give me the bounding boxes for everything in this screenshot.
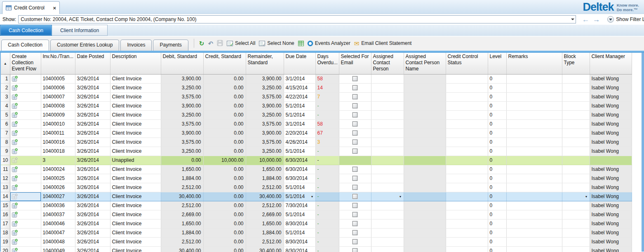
- cell-remarks[interactable]: [506, 101, 562, 110]
- cell-inv[interactable]: 10400037: [41, 210, 75, 219]
- cell-level[interactable]: 0: [488, 237, 506, 246]
- cell-level[interactable]: 0: [488, 147, 506, 156]
- cell-inv[interactable]: 10400007: [41, 92, 75, 101]
- cell-status[interactable]: [446, 119, 488, 128]
- row-number[interactable]: 16: [1, 210, 10, 219]
- cell-contact[interactable]: [371, 174, 404, 183]
- cell-posted[interactable]: 3/26/2014: [75, 147, 110, 156]
- cell-contact[interactable]: [371, 219, 404, 228]
- cell-due[interactable]: 5/1/2014: [284, 183, 315, 192]
- save-icon[interactable]: [217, 40, 223, 47]
- cell-due[interactable]: 5/1/2014: [284, 228, 315, 237]
- refresh-icon[interactable]: ↻: [199, 40, 204, 47]
- cell-contact[interactable]: [371, 237, 404, 246]
- selected-for-email-checkbox[interactable]: [353, 94, 357, 99]
- cell-block[interactable]: [562, 210, 590, 219]
- create-collection-event-flow-icon[interactable]: [12, 166, 18, 173]
- cell-email[interactable]: [339, 183, 371, 192]
- column-header-debit[interactable]: Debit, Standard: [161, 53, 203, 74]
- cell-posted[interactable]: 3/26/2014: [75, 138, 110, 147]
- cell-posted[interactable]: 3/26/2014: [75, 165, 110, 174]
- cell-email[interactable]: [339, 228, 371, 237]
- cell-block[interactable]: [562, 246, 590, 252]
- row-number[interactable]: 12: [1, 174, 10, 183]
- column-header-status[interactable]: Credit Control Status: [446, 53, 488, 74]
- cell-remarks[interactable]: [506, 74, 562, 83]
- cell-contact[interactable]: [371, 83, 404, 92]
- cell-level[interactable]: 0: [488, 110, 506, 119]
- cell-status[interactable]: [446, 147, 488, 156]
- cell-flow[interactable]: [10, 210, 41, 219]
- cell-block[interactable]: [562, 119, 590, 128]
- row-number[interactable]: 3: [1, 92, 10, 101]
- cell-status[interactable]: [446, 210, 488, 219]
- cell-due[interactable]: 6/30/2014: [284, 165, 315, 174]
- cell-email[interactable]: [339, 92, 371, 101]
- select-all-button[interactable]: ✓ Select All: [227, 40, 255, 46]
- column-header-contact_name[interactable]: Assigned Contact Person Name: [404, 53, 446, 74]
- selected-for-email-checkbox[interactable]: [353, 230, 357, 235]
- cell-remarks[interactable]: [506, 183, 562, 192]
- column-header-credit[interactable]: Credit, Standard: [203, 53, 246, 74]
- cell-block[interactable]: [562, 128, 590, 138]
- cell-desc[interactable]: Unapplied: [110, 156, 161, 165]
- cell-due[interactable]: 8/30/2014: [284, 219, 315, 228]
- create-collection-event-flow-icon[interactable]: [12, 247, 18, 252]
- cell-posted[interactable]: 3/26/2014: [75, 237, 110, 246]
- show-filter-list-label[interactable]: Show Filter List: [616, 16, 644, 22]
- cell-posted[interactable]: 3/26/2014: [75, 201, 110, 210]
- cell-status[interactable]: [446, 219, 488, 228]
- cell-contact[interactable]: [371, 210, 404, 219]
- cell-due[interactable]: 5/1/2014: [284, 110, 315, 119]
- row-number[interactable]: 2: [1, 83, 10, 92]
- row-number[interactable]: 6: [1, 119, 10, 128]
- cell-level[interactable]: 0: [488, 92, 506, 101]
- selected-for-email-checkbox[interactable]: [353, 212, 357, 217]
- cell-desc[interactable]: Client Invoice: [110, 74, 161, 83]
- selected-for-email-checkbox[interactable]: [353, 103, 357, 108]
- create-collection-event-flow-icon[interactable]: [12, 130, 18, 136]
- cell-flow[interactable]: [10, 147, 41, 156]
- cell-due[interactable]: 6/30/2014: [284, 156, 315, 165]
- create-collection-event-flow-icon[interactable]: [12, 184, 18, 191]
- cell-remarks[interactable]: [506, 147, 562, 156]
- cell-flow[interactable]: [10, 246, 41, 252]
- cell-due[interactable]: 8/30/2014: [284, 237, 315, 246]
- cell-block[interactable]: ▼: [562, 192, 590, 201]
- cell-block[interactable]: [562, 156, 590, 165]
- cell-desc[interactable]: Client Invoice: [110, 174, 161, 183]
- cell-due[interactable]: 2/20/2014: [284, 128, 315, 138]
- cell-email[interactable]: [339, 74, 371, 83]
- cell-desc[interactable]: Client Invoice: [110, 110, 161, 119]
- cell-posted[interactable]: 3/26/2014: [75, 192, 110, 201]
- row-number[interactable]: 8: [1, 138, 10, 147]
- cell-remarks[interactable]: [506, 174, 562, 183]
- cell-contact[interactable]: [371, 246, 404, 252]
- selected-for-email-checkbox[interactable]: [353, 167, 357, 172]
- create-collection-event-flow-icon[interactable]: [12, 112, 18, 118]
- cell-flow[interactable]: [10, 237, 41, 246]
- cell-block[interactable]: [562, 83, 590, 92]
- cell-due[interactable]: 3/1/2014: [284, 119, 315, 128]
- cell-due[interactable]: 5/1/2014: [284, 210, 315, 219]
- cell-desc[interactable]: Client Invoice: [110, 128, 161, 138]
- create-collection-event-flow-icon[interactable]: [12, 75, 18, 82]
- cell-inv[interactable]: 10400010: [41, 119, 75, 128]
- cell-inv[interactable]: 10400025: [41, 174, 75, 183]
- cell-level[interactable]: 0: [488, 74, 506, 83]
- cell-contact[interactable]: [371, 183, 404, 192]
- cell-desc[interactable]: Client Invoice: [110, 92, 161, 101]
- cell-level[interactable]: 0: [488, 119, 506, 128]
- cell-contact[interactable]: [371, 92, 404, 101]
- cell-remarks[interactable]: [506, 246, 562, 252]
- cell-desc[interactable]: Client Invoice: [110, 83, 161, 92]
- cell-status[interactable]: [446, 110, 488, 119]
- cell-email[interactable]: [339, 192, 371, 201]
- undo-icon[interactable]: ↶: [208, 40, 213, 47]
- cell-email[interactable]: [339, 101, 371, 110]
- cell-inv[interactable]: 10400049: [41, 246, 75, 252]
- cell-inv[interactable]: 10400016: [41, 138, 75, 147]
- cell-status[interactable]: [446, 246, 488, 252]
- cell-inv[interactable]: 10400008: [41, 101, 75, 110]
- selected-for-email-checkbox[interactable]: [353, 149, 357, 154]
